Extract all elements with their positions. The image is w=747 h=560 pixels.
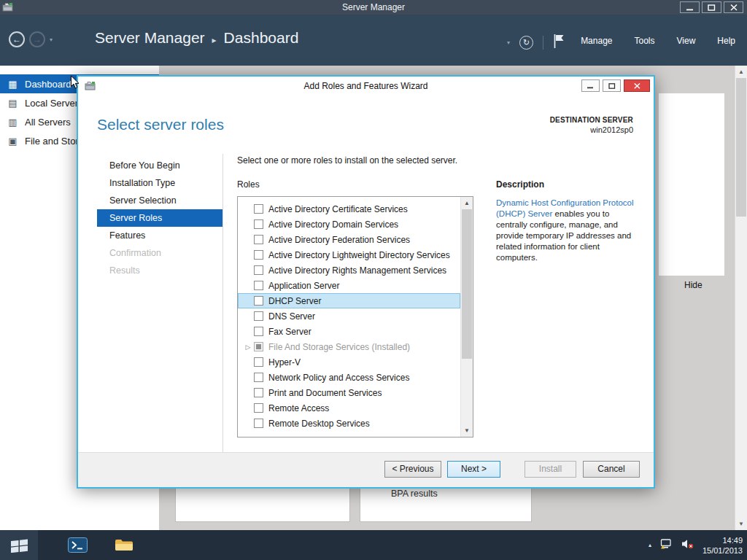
wizard-window-icon — [85, 81, 96, 93]
role-row-active-directory-lightweight-directory-services[interactable]: Active Directory Lightweight Directory S… — [238, 247, 460, 262]
powershell-icon — [68, 537, 88, 553]
breadcrumb-current[interactable]: Dashboard — [224, 29, 299, 47]
scrollbar-thumb[interactable] — [462, 209, 472, 359]
role-row-network-policy-and-access-services[interactable]: Network Policy and Access Services — [238, 370, 460, 385]
scroll-up-icon[interactable]: ▲ — [735, 66, 747, 78]
nav-history-caret-icon[interactable]: ▾ — [50, 36, 53, 43]
main-scrollbar[interactable]: ▲ ▼ — [735, 66, 747, 530]
maximize-button[interactable] — [702, 1, 721, 13]
cancel-button[interactable]: Cancel — [583, 461, 640, 478]
breadcrumb-separator-icon: ▸ — [212, 35, 217, 45]
view-menu[interactable]: View — [677, 36, 696, 46]
wizard-step-features[interactable]: Features — [97, 227, 222, 244]
roles-list-label: Roles — [237, 179, 260, 190]
sidebar-item-label: All Servers — [25, 117, 71, 128]
wizard-step-confirmation: Confirmation — [97, 244, 222, 262]
role-label: Active Directory Rights Management Servi… — [268, 265, 446, 276]
scrollbar-thumb[interactable] — [736, 78, 746, 217]
role-row-dns-server[interactable]: DNS Server — [238, 308, 460, 324]
wizard-close-button[interactable] — [624, 79, 650, 92]
role-label: Print and Document Services — [268, 388, 382, 398]
role-checkbox[interactable] — [254, 419, 263, 428]
tools-menu[interactable]: Tools — [635, 36, 655, 46]
description-text: Dynamic Host Configuration Protocol (DHC… — [496, 198, 639, 263]
role-row-print-and-document-services[interactable]: Print and Document Services — [238, 385, 460, 400]
role-label: Active Directory Certificate Services — [268, 204, 408, 214]
expander-icon[interactable]: ▷ — [242, 343, 254, 351]
tray-chevron-icon[interactable]: ▴ — [649, 542, 651, 548]
role-row-active-directory-federation-services[interactable]: Active Directory Federation Services — [238, 232, 460, 247]
clock-time: 14:49 — [703, 535, 743, 545]
description-heading: Description — [496, 179, 639, 190]
manage-menu[interactable]: Manage — [581, 36, 612, 46]
taskbar-clock[interactable]: 14:49 15/01/2013 — [703, 535, 743, 556]
previous-button[interactable]: < Previous — [384, 461, 441, 478]
wizard-step-server-selection[interactable]: Server Selection — [97, 192, 222, 209]
wizard-titlebar[interactable]: Add Roles and Features Wizard — [78, 77, 654, 96]
scroll-down-icon[interactable]: ▼ — [735, 518, 747, 530]
role-row-file-and-storage-services-installed[interactable]: ▷File And Storage Services (Installed) — [238, 339, 460, 354]
role-checkbox[interactable] — [254, 265, 263, 275]
role-row-active-directory-domain-services[interactable]: Active Directory Domain Services — [238, 217, 460, 232]
wizard-minimize-button[interactable] — [581, 79, 600, 92]
role-row-active-directory-rights-management-services[interactable]: Active Directory Rights Management Servi… — [238, 262, 460, 278]
wizard-step-before-you-begin[interactable]: Before You Begin — [97, 157, 222, 174]
role-row-remote-access[interactable]: Remote Access — [238, 400, 460, 416]
breadcrumb-root[interactable]: Server Manager — [95, 29, 205, 47]
role-checkbox[interactable] — [254, 296, 263, 306]
wizard-step-installation-type[interactable]: Installation Type — [97, 174, 222, 192]
role-checkbox[interactable] — [254, 357, 263, 367]
role-checkbox[interactable] — [254, 327, 263, 336]
file-explorer-taskbar-button[interactable] — [105, 530, 143, 560]
minimize-icon — [587, 83, 594, 89]
role-checkbox[interactable] — [254, 235, 263, 244]
powershell-taskbar-button[interactable] — [58, 530, 96, 560]
scroll-up-icon[interactable]: ▲ — [461, 197, 473, 209]
role-checkbox[interactable] — [254, 311, 263, 321]
description-panel: Description Dynamic Host Configuration P… — [496, 179, 639, 263]
role-checkbox[interactable] — [254, 388, 263, 397]
network-status-icon[interactable] — [660, 539, 673, 551]
role-label: Network Policy and Access Services — [268, 373, 409, 383]
notifications-flag-icon[interactable] — [553, 34, 565, 51]
role-row-remote-desktop-services[interactable]: Remote Desktop Services — [238, 416, 460, 431]
refresh-icon[interactable]: ↻ — [519, 36, 533, 50]
role-row-dhcp-server[interactable]: DHCP Server — [238, 293, 460, 308]
dropdown-caret-icon[interactable]: ▾ — [507, 39, 510, 46]
next-button[interactable]: Next > — [447, 461, 500, 478]
roles-list: Active Directory Certificate ServicesAct… — [237, 196, 473, 438]
maximize-icon — [708, 4, 716, 11]
role-checkbox[interactable] — [254, 281, 263, 290]
role-row-application-server[interactable]: Application Server — [238, 278, 460, 293]
close-icon — [634, 83, 640, 89]
thumbnail-panel — [659, 93, 724, 276]
wizard-step-results: Results — [97, 262, 222, 279]
close-button[interactable] — [724, 1, 743, 13]
role-label: Remote Desktop Services — [268, 419, 370, 429]
help-menu[interactable]: Help — [717, 36, 735, 46]
volume-muted-icon[interactable] — [681, 539, 694, 551]
role-label: Active Directory Domain Services — [268, 219, 398, 230]
role-checkbox[interactable] — [254, 250, 263, 260]
minimize-button[interactable] — [680, 1, 700, 13]
wizard-maximize-button[interactable] — [603, 79, 621, 92]
role-checkbox[interactable] — [254, 403, 263, 413]
role-checkbox[interactable] — [254, 204, 263, 214]
back-arrow-icon[interactable]: ← — [9, 31, 25, 47]
roles-scrollbar[interactable]: ▲ ▼ — [460, 197, 473, 437]
bpa-results-label: BPA results — [391, 489, 438, 499]
role-row-active-directory-certificate-services[interactable]: Active Directory Certificate Services — [238, 201, 460, 217]
role-row-hyper-v[interactable]: Hyper-V — [238, 354, 460, 370]
role-checkbox[interactable] — [254, 373, 263, 382]
start-button[interactable] — [0, 530, 38, 560]
role-label: Remote Access — [268, 403, 329, 413]
role-label: Application Server — [268, 281, 339, 291]
role-checkbox[interactable] — [254, 342, 263, 351]
role-checkbox[interactable] — [254, 219, 263, 229]
hide-button[interactable]: Hide — [684, 280, 703, 290]
role-row-fax-server[interactable]: Fax Server — [238, 324, 460, 339]
sidebar-item-label: Local Server — [25, 98, 78, 109]
wizard-step-server-roles[interactable]: Server Roles — [97, 209, 222, 227]
start-windows-icon — [11, 538, 28, 553]
scroll-down-icon[interactable]: ▼ — [461, 424, 473, 437]
